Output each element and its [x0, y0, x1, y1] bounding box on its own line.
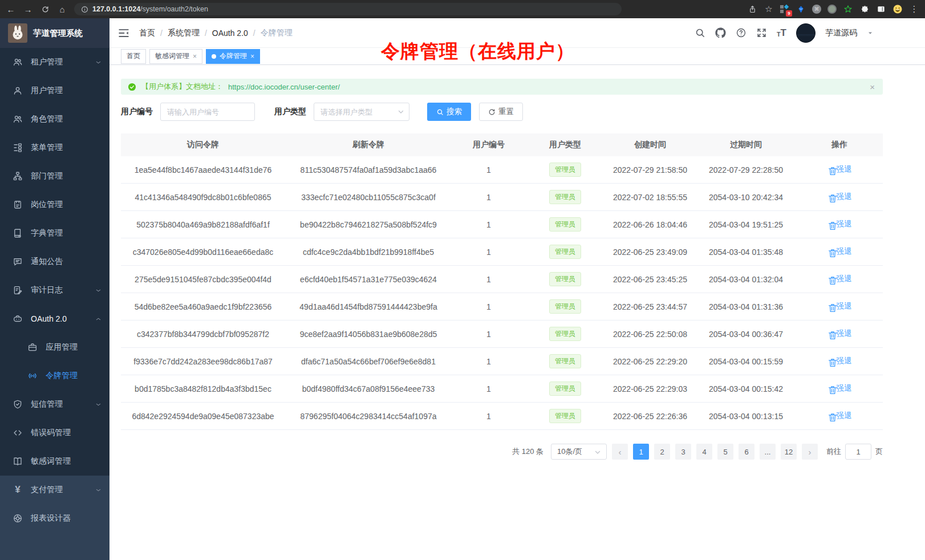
user-type-select[interactable]: [314, 103, 409, 121]
table-row: 6d842e2924594de9a09e45e087323abe8796295f…: [121, 403, 883, 430]
page-button-1[interactable]: 1: [633, 444, 649, 460]
sidebar-item-label: 支付管理: [31, 485, 63, 495]
browser-menu-icon[interactable]: ⋮: [909, 4, 919, 14]
breadcrumb-item[interactable]: OAuth 2.0: [212, 29, 248, 38]
cell-actions: 强退: [796, 219, 883, 230]
alert-close-icon[interactable]: ×: [870, 82, 875, 92]
user-type-badge: 管理员: [549, 299, 581, 314]
sidebar-item-role[interactable]: 角色管理: [0, 105, 109, 133]
cell-user-id: 1: [452, 165, 526, 175]
force-logout-button[interactable]: 强退: [827, 164, 852, 175]
sidebar-item-dict[interactable]: 字典管理: [0, 219, 109, 247]
sidepanel-icon[interactable]: [876, 4, 886, 14]
page-button-4[interactable]: 4: [696, 444, 712, 460]
github-icon[interactable]: [715, 27, 726, 38]
sidebar-item-label: 审计日志: [31, 285, 63, 295]
sidebar-item-menu[interactable]: 菜单管理: [0, 133, 109, 162]
tab-close-icon[interactable]: ×: [193, 52, 197, 60]
bookmark-star-icon[interactable]: ☆: [764, 4, 774, 14]
page-button-6[interactable]: 6: [739, 444, 754, 460]
force-logout-button[interactable]: 强退: [827, 246, 852, 257]
page-size-select[interactable]: 10条/页: [551, 444, 607, 460]
extension-badge-icon[interactable]: 9: [780, 5, 789, 14]
next-page-button[interactable]: ›: [802, 444, 818, 460]
post-icon: [13, 200, 23, 210]
cell-user-type: 管理员: [526, 382, 605, 396]
search-button[interactable]: 搜索: [427, 103, 471, 121]
browser-home-icon[interactable]: ⌂: [57, 4, 67, 14]
page-button-2[interactable]: 2: [654, 444, 670, 460]
user-id-input[interactable]: [160, 103, 255, 121]
breadcrumb-item[interactable]: 首页: [139, 28, 155, 38]
page-button-5[interactable]: 5: [717, 444, 733, 460]
force-logout-button[interactable]: 强退: [827, 356, 852, 366]
force-logout-button[interactable]: 强退: [827, 383, 852, 393]
site-info-icon[interactable]: [81, 6, 88, 13]
sidebar: 芋道管理系统 租户管理用户管理角色管理菜单管理部门管理岗位管理字典管理通知公告审…: [0, 18, 109, 560]
page-button-12[interactable]: 12: [781, 444, 797, 460]
tab-令牌管理[interactable]: 令牌管理×: [206, 49, 260, 64]
sms-icon: [13, 399, 23, 409]
prev-page-button[interactable]: ‹: [612, 444, 628, 460]
round-extension-icon[interactable]: [827, 5, 837, 14]
tab-close-icon[interactable]: ×: [250, 52, 254, 60]
font-size-icon[interactable]: TT: [777, 28, 786, 38]
force-logout-button[interactable]: 强退: [827, 301, 852, 311]
force-logout-button[interactable]: 强退: [827, 328, 852, 339]
profile-avatar-icon[interactable]: [892, 4, 903, 14]
help-icon[interactable]: [736, 27, 747, 38]
green-star-extension-icon[interactable]: [843, 4, 853, 14]
browser-reload-icon[interactable]: [40, 4, 50, 14]
cell-user-id: 1: [452, 384, 526, 393]
sidebar-item-sms[interactable]: 短信管理: [0, 390, 109, 419]
jump-page-input[interactable]: [845, 444, 871, 460]
sidebar-item-label: 部门管理: [31, 171, 63, 181]
cell-created-time: 2022-06-25 22:29:20: [605, 357, 696, 366]
table-header-row: 访问令牌刷新令牌用户编号用户类型创建时间过期时间操作: [121, 133, 883, 156]
command-extension-icon[interactable]: ⌘: [812, 5, 821, 14]
chevron-down-icon[interactable]: [867, 30, 874, 36]
sidebar-item-audit[interactable]: 审计日志: [0, 276, 109, 305]
collapse-sidebar-icon[interactable]: [117, 27, 130, 39]
alert-doc-link[interactable]: https://doc.iocoder.cn/user-center/: [228, 83, 340, 91]
cell-actions: 强退: [796, 164, 883, 175]
address-bar[interactable]: 127.0.0.1:1024/system/oauth2/token: [74, 3, 622, 15]
browser-back-icon[interactable]: ←: [6, 4, 16, 14]
sidebar-item-user[interactable]: 用户管理: [0, 76, 109, 105]
tab-首页[interactable]: 首页: [121, 49, 146, 64]
report-icon: [13, 513, 23, 524]
sidebar-item-sensitive[interactable]: 敏感词管理: [0, 447, 109, 476]
browser-forward-icon[interactable]: →: [23, 4, 33, 14]
user-type-badge: 管理员: [549, 163, 581, 177]
user-type-select-input[interactable]: [314, 103, 409, 121]
page-button-3[interactable]: 3: [675, 444, 691, 460]
trash-icon: [827, 385, 835, 392]
gem-extension-icon[interactable]: [796, 4, 806, 14]
sidebar-item-oauth2-app[interactable]: 应用管理: [0, 333, 109, 362]
sidebar-item-oauth2-token[interactable]: 令牌管理: [0, 362, 109, 390]
sidebar-item-tenant[interactable]: 租户管理: [0, 48, 109, 76]
sidebar-logo[interactable]: 芋道管理系统: [0, 18, 109, 48]
sidebar-item-oauth2[interactable]: OAuth 2.0: [0, 305, 109, 333]
share-icon[interactable]: [747, 4, 757, 14]
search-icon[interactable]: [695, 27, 705, 38]
force-logout-button[interactable]: 强退: [827, 219, 852, 229]
breadcrumb-item[interactable]: 系统管理: [168, 28, 200, 38]
sidebar-item-notice[interactable]: 通知公告: [0, 247, 109, 276]
sidebar-item-pay[interactable]: ¥支付管理: [0, 476, 109, 504]
tab-敏感词管理[interactable]: 敏感词管理×: [149, 49, 202, 64]
cell-access-token: c342377bf8b344799dcbf7bf095287f2: [121, 330, 285, 339]
user-type-badge: 管理员: [549, 190, 581, 204]
user-avatar[interactable]: [796, 23, 816, 43]
sidebar-item-post[interactable]: 岗位管理: [0, 190, 109, 219]
refresh-icon: [488, 108, 496, 116]
fullscreen-icon[interactable]: [756, 27, 767, 38]
reset-button[interactable]: 重置: [479, 103, 523, 121]
sidebar-item-report[interactable]: 报表设计器: [0, 504, 109, 533]
sidebar-item-errcode[interactable]: 错误码管理: [0, 419, 109, 447]
force-logout-button[interactable]: 强退: [827, 411, 852, 421]
puzzle-extension-icon[interactable]: [859, 4, 870, 14]
sidebar-item-dept[interactable]: 部门管理: [0, 162, 109, 190]
force-logout-button[interactable]: 强退: [827, 192, 852, 202]
force-logout-button[interactable]: 强退: [827, 274, 852, 284]
